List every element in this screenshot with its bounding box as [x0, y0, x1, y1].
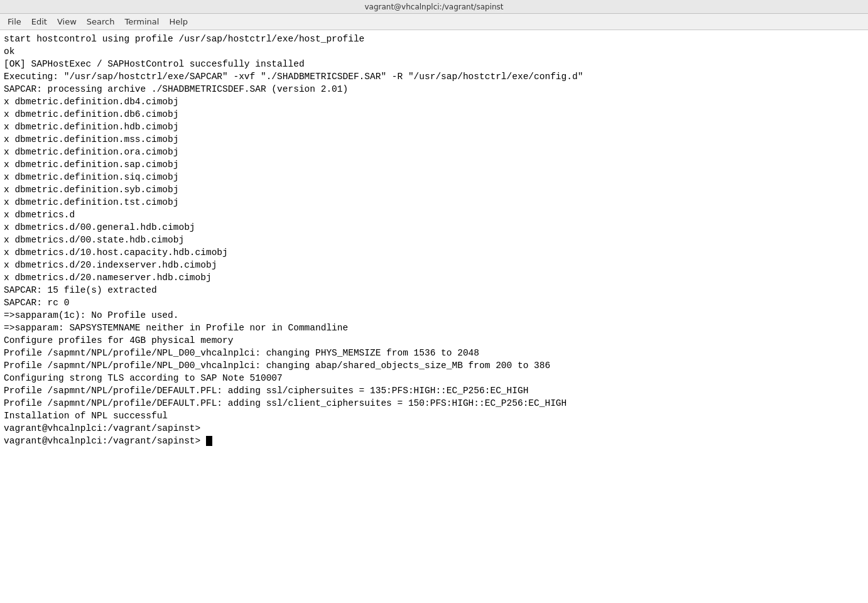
terminal-line: x dbmetrics.d/00.general.hdb.cimobj	[4, 221, 864, 234]
terminal-line: Executing: "/usr/sap/hostctrl/exe/SAPCAR…	[4, 70, 864, 83]
menu-item-edit[interactable]: Edit	[26, 16, 52, 28]
terminal-line: x dbmetric.definition.tst.cimobj	[4, 196, 864, 209]
terminal-line: SAPCAR: 15 file(s) extracted	[4, 284, 864, 296]
terminal-line: x dbmetrics.d/10.host.capacity.hdb.cimob…	[4, 246, 864, 259]
menu-item-search[interactable]: Search	[82, 16, 120, 28]
title-bar-text: vagrant@vhcalnplci:/vagrant/sapinst	[364, 3, 503, 11]
terminal-line: x dbmetric.definition.sap.cimobj	[4, 158, 864, 171]
terminal-line: x dbmetric.definition.ora.cimobj	[4, 146, 864, 158]
terminal-line: start hostcontrol using profile /usr/sap…	[4, 33, 864, 45]
menu-bar: FileEditViewSearchTerminalHelp	[0, 14, 868, 30]
menu-item-file[interactable]: File	[3, 16, 26, 28]
terminal-line: x dbmetric.definition.mss.cimobj	[4, 133, 864, 146]
terminal-line: x dbmetrics.d/00.state.hdb.cimobj	[4, 234, 864, 246]
terminal-line: ok	[4, 45, 864, 58]
terminal-line: vagrant@vhcalnplci:/vagrant/sapinst>	[4, 422, 864, 435]
menu-item-terminal[interactable]: Terminal	[119, 16, 164, 28]
terminal-cursor	[206, 436, 212, 446]
terminal-line: Profile /sapmnt/NPL/profile/DEFAULT.PFL:…	[4, 397, 864, 410]
terminal-line: x dbmetrics.d/20.indexserver.hdb.cimobj	[4, 259, 864, 271]
terminal-line: Profile /sapmnt/NPL/profile/DEFAULT.PFL:…	[4, 384, 864, 397]
terminal-line: Configure profiles for 4GB physical memo…	[4, 334, 864, 347]
menu-item-help[interactable]: Help	[164, 16, 193, 28]
terminal-line: Profile /sapmnt/NPL/profile/NPL_D00_vhca…	[4, 347, 864, 359]
terminal-line: x dbmetric.definition.syb.cimobj	[4, 183, 864, 196]
terminal-body[interactable]: start hostcontrol using profile /usr/sap…	[0, 30, 868, 603]
menu-item-view[interactable]: View	[52, 16, 82, 28]
terminal-line: x dbmetrics.d/20.nameserver.hdb.cimobj	[4, 271, 864, 284]
terminal-line: [OK] SAPHostExec / SAPHostControl succes…	[4, 58, 864, 70]
terminal-line: =>sapparam(1c): No Profile used.	[4, 309, 864, 322]
terminal-line: vagrant@vhcalnplci:/vagrant/sapinst>	[4, 435, 864, 447]
terminal-line: Installation of NPL successful	[4, 410, 864, 422]
terminal-line: x dbmetric.definition.db4.cimobj	[4, 95, 864, 108]
terminal-line: x dbmetrics.d	[4, 209, 864, 221]
terminal-line: x dbmetric.definition.siq.cimobj	[4, 171, 864, 183]
title-bar: vagrant@vhcalnplci:/vagrant/sapinst	[0, 0, 868, 14]
terminal-line: x dbmetric.definition.hdb.cimobj	[4, 121, 864, 133]
terminal-line: =>sapparam: SAPSYSTEMNAME neither in Pro…	[4, 322, 864, 334]
terminal-line: Configuring strong TLS according to SAP …	[4, 372, 864, 384]
terminal-line: SAPCAR: rc 0	[4, 296, 864, 309]
terminal-line: SAPCAR: processing archive ./SHADBMETRIC…	[4, 83, 864, 95]
terminal-line: Profile /sapmnt/NPL/profile/NPL_D00_vhca…	[4, 359, 864, 372]
terminal-line: x dbmetric.definition.db6.cimobj	[4, 108, 864, 121]
